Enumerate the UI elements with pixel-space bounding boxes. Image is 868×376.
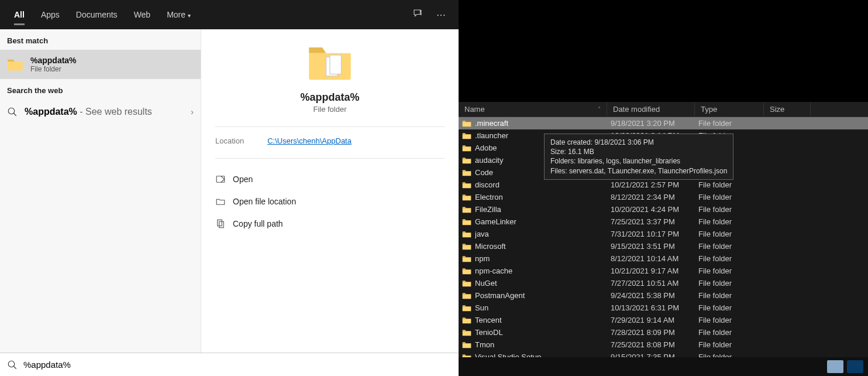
- file-name: PostmanAgent: [475, 291, 611, 300]
- tooltip-date-created: Date created: 9/18/2021 3:06 PM: [550, 138, 727, 147]
- tooltip-folders: Folders: libraries, logs, tlauncher_libr…: [550, 156, 727, 166]
- file-name: GameLinker: [475, 217, 611, 226]
- folder-icon: [462, 304, 471, 312]
- tab-all[interactable]: All: [6, 2, 33, 28]
- file-name: Tencent: [475, 316, 611, 324]
- folder-icon: [462, 218, 471, 226]
- file-date: 10/21/2021 2:57 PM: [611, 180, 698, 189]
- file-type: File folder: [698, 180, 767, 189]
- taskbar-app-1[interactable]: [827, 360, 843, 373]
- tab-apps[interactable]: Apps: [33, 2, 68, 28]
- tab-web[interactable]: Web: [126, 2, 159, 28]
- svg-line-8: [13, 366, 16, 369]
- action-copy-path[interactable]: Copy full path: [208, 213, 452, 235]
- file-type: File folder: [698, 254, 767, 263]
- folder-icon: [462, 206, 471, 214]
- folder-icon: [462, 329, 471, 337]
- file-type: File folder: [698, 205, 767, 214]
- file-date: 7/27/2021 10:51 AM: [611, 279, 698, 288]
- location-link[interactable]: C:\Users\chenh\AppData: [267, 136, 352, 145]
- file-name: Electron: [475, 193, 611, 201]
- tooltip-size: Size: 16.1 MB: [550, 147, 727, 156]
- folder-icon: [462, 316, 471, 324]
- action-open-label: Open: [233, 175, 253, 184]
- table-row[interactable]: Sun10/13/2021 6:31 PMFile folder: [459, 302, 868, 314]
- folder-icon: [462, 156, 471, 165]
- folder-icon: [462, 292, 471, 300]
- table-row[interactable]: Visual Studio Setup9/15/2021 7:35 PMFile…: [459, 351, 868, 357]
- tab-documents[interactable]: Documents: [68, 2, 126, 28]
- table-row[interactable]: Tencent7/29/2021 9:14 AMFile folder: [459, 314, 868, 326]
- tab-more[interactable]: More▾: [159, 2, 199, 28]
- file-name: java: [475, 230, 611, 238]
- table-row[interactable]: java7/31/2021 10:17 PMFile folder: [459, 228, 868, 240]
- file-type: File folder: [698, 340, 767, 349]
- file-type: File folder: [698, 316, 767, 324]
- file-date: 7/25/2021 8:08 PM: [611, 340, 698, 349]
- folder-icon: [201, 40, 459, 89]
- table-row[interactable]: npm8/12/2021 10:14 AMFile folder: [459, 252, 868, 265]
- column-size[interactable]: Size: [764, 102, 811, 116]
- chevron-right-icon: ›: [191, 107, 194, 117]
- file-date: 9/18/2021 3:20 PM: [611, 119, 698, 128]
- feedback-icon[interactable]: [406, 8, 429, 21]
- folder-icon: [462, 242, 471, 251]
- table-row[interactable]: discord10/21/2021 2:57 PMFile folder: [459, 179, 868, 191]
- file-type: File folder: [698, 266, 767, 275]
- location-label: Location: [215, 136, 244, 145]
- file-explorer: Name˄ Date modified Type Size Date creat…: [459, 0, 868, 357]
- file-type: File folder: [698, 291, 767, 300]
- column-name[interactable]: Name˄: [459, 102, 607, 116]
- explorer-body: Date created: 9/18/2021 3:06 PM Size: 16…: [459, 117, 868, 357]
- file-name: Microsoft: [475, 242, 611, 251]
- file-name: Tmon: [475, 340, 611, 349]
- sort-asc-icon: ˄: [598, 106, 601, 112]
- search-box[interactable]: [0, 353, 459, 376]
- taskbar-app-2[interactable]: [847, 360, 863, 373]
- table-row[interactable]: .minecraft9/18/2021 3:20 PMFile folder: [459, 117, 868, 129]
- best-match-subtitle: File folder: [30, 65, 77, 73]
- file-date: 10/21/2021 9:17 AM: [611, 266, 698, 275]
- table-row[interactable]: GameLinker7/25/2021 3:37 PMFile folder: [459, 216, 868, 228]
- section-best-match: Best match: [0, 29, 201, 50]
- file-type: File folder: [698, 328, 767, 337]
- column-date[interactable]: Date modified: [607, 102, 695, 116]
- search-flyout: All Apps Documents Web More▾ ⋯ Best matc…: [0, 0, 459, 376]
- folder-icon: [462, 181, 471, 189]
- search-input[interactable]: [23, 360, 452, 370]
- svg-point-0: [8, 108, 15, 114]
- file-type: File folder: [698, 353, 767, 357]
- file-type: File folder: [698, 279, 767, 288]
- web-result[interactable]: %appdata% - See web results ›: [0, 100, 201, 124]
- web-result-term: %appdata%: [25, 107, 77, 117]
- table-row[interactable]: PostmanAgent9/24/2021 5:38 PMFile folder: [459, 289, 868, 302]
- column-type[interactable]: Type: [695, 102, 764, 116]
- table-row[interactable]: NuGet7/27/2021 10:51 AMFile folder: [459, 277, 868, 289]
- best-match-result[interactable]: %appdata% File folder: [0, 50, 201, 79]
- file-type: File folder: [698, 303, 767, 312]
- section-search-web: Search the web: [0, 79, 201, 100]
- tooltip-files: Files: servers.dat, TLauncher.exe, Tlaun…: [550, 166, 727, 176]
- search-icon: [7, 107, 18, 117]
- folder-icon: [462, 353, 471, 358]
- svg-line-1: [13, 113, 16, 116]
- file-name: discord: [475, 180, 611, 189]
- folder-icon: [462, 132, 471, 140]
- search-icon: [7, 360, 18, 370]
- column-name-label: Name: [464, 105, 485, 114]
- more-icon[interactable]: ⋯: [429, 9, 453, 20]
- table-row[interactable]: npm-cache10/21/2021 9:17 AMFile folder: [459, 265, 868, 277]
- web-result-suffix: - See web results: [77, 107, 152, 117]
- table-row[interactable]: Tmon7/25/2021 8:08 PMFile folder: [459, 339, 868, 351]
- search-tabbar: All Apps Documents Web More▾ ⋯: [0, 0, 459, 29]
- table-row[interactable]: Electron8/12/2021 2:34 PMFile folder: [459, 191, 868, 203]
- detail-column: %appdata% File folder Location C:\Users\…: [201, 29, 459, 353]
- file-type: File folder: [698, 230, 767, 238]
- action-open[interactable]: Open: [208, 168, 452, 190]
- table-row[interactable]: Microsoft9/15/2021 3:51 PMFile folder: [459, 240, 868, 252]
- table-row[interactable]: FileZilla10/20/2021 4:24 PMFile folder: [459, 203, 868, 216]
- action-open-location[interactable]: Open file location: [208, 190, 452, 213]
- table-row[interactable]: TenioDL7/28/2021 8:09 PMFile folder: [459, 326, 868, 339]
- file-date: 7/25/2021 3:37 PM: [611, 217, 698, 226]
- file-type: File folder: [698, 217, 767, 226]
